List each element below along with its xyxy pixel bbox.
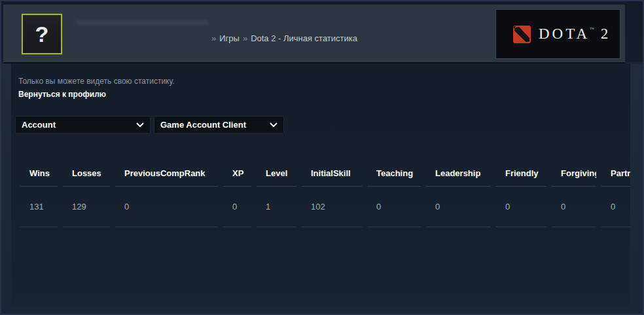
col-header-losses: Losses — [63, 160, 110, 187]
source-select[interactable]: Game Account Client — [154, 116, 284, 134]
col-header-initialskill: InitialSkill — [302, 160, 362, 187]
trademark-symbol: ™ — [590, 27, 594, 32]
scope-select-value: Account — [22, 120, 132, 130]
breadcrumb: »Игры»Dota 2 - Личная статистика — [208, 33, 357, 43]
col-header-xp: XP — [223, 160, 251, 187]
cell-partner: 0 — [601, 187, 630, 227]
col-header-wins: Wins — [20, 160, 58, 187]
dota2-logo-banner[interactable]: DOTA™ 2 — [495, 9, 620, 59]
breadcrumb-link-games[interactable]: Игры — [219, 33, 240, 43]
dota2-logo-icon — [513, 26, 531, 43]
stats-data-row: 131 129 0 0 1 102 0 0 0 0 0 — [20, 187, 630, 227]
chevron-down-icon — [270, 122, 277, 127]
redacted-username — [77, 20, 209, 25]
community-header: ? »Игры»Dota 2 - Личная статистика DOTA™… — [3, 5, 625, 64]
source-select-value: Game Account Client — [160, 120, 266, 130]
col-header-partner: Partner — [601, 160, 630, 187]
stats-table: Wins Losses PreviousCompRank XP Level In… — [15, 160, 630, 227]
col-header-forgiving: Forgiving — [552, 160, 596, 187]
dota2-logo-text: DOTA™ 2 — [539, 26, 611, 43]
avatar-question-glyph: ? — [35, 22, 49, 47]
breadcrumb-separator: » — [211, 33, 216, 43]
cell-teaching: 0 — [367, 187, 421, 227]
stats-filters: Account Game Account Client — [15, 116, 284, 134]
breadcrumb-current-page: Dota 2 - Личная статистика — [251, 33, 357, 43]
col-header-previouscomprank: PreviousCompRank — [115, 160, 218, 187]
stats-content-panel: Только вы можете видеть свою статистику.… — [11, 64, 630, 306]
chevron-down-icon — [136, 122, 144, 127]
breadcrumb-separator: » — [243, 33, 247, 43]
cell-initialskill: 102 — [302, 187, 362, 227]
cell-losses: 129 — [63, 187, 110, 227]
cell-previouscomprank: 0 — [115, 187, 218, 227]
cell-leadership: 0 — [426, 187, 491, 227]
page-background: ? »Игры»Dota 2 - Личная статистика DOTA™… — [0, 0, 644, 315]
cell-forgiving: 0 — [552, 187, 596, 227]
col-header-leadership: Leadership — [426, 160, 491, 187]
user-avatar[interactable]: ? — [22, 14, 62, 54]
cell-xp: 0 — [223, 187, 251, 227]
cell-level: 1 — [257, 187, 296, 227]
back-to-profile-link[interactable]: Вернуться к профилю — [18, 90, 106, 99]
cell-wins: 131 — [20, 187, 58, 227]
col-header-level: Level — [257, 160, 296, 187]
stats-header-row: Wins Losses PreviousCompRank XP Level In… — [20, 160, 630, 187]
col-header-teaching: Teaching — [367, 160, 421, 187]
cell-friendly: 0 — [496, 187, 546, 227]
col-header-friendly: Friendly — [496, 160, 546, 187]
scope-select[interactable]: Account — [15, 116, 151, 134]
privacy-notice: Только вы можете видеть свою статистику. — [18, 77, 175, 86]
